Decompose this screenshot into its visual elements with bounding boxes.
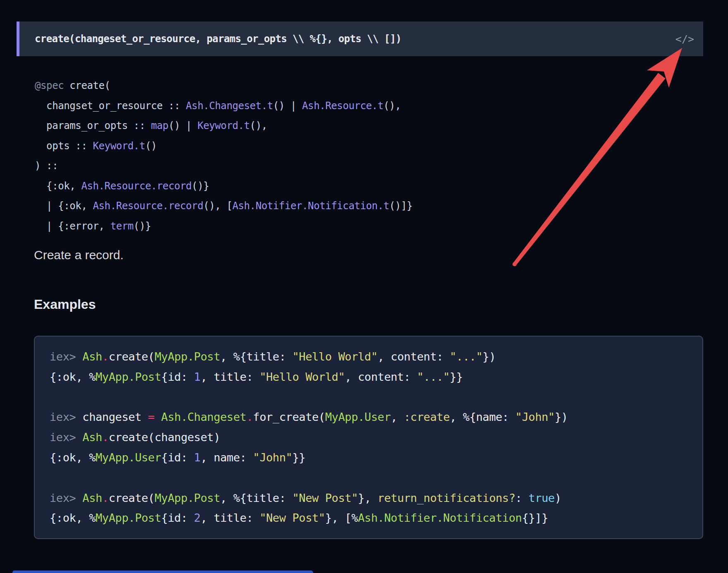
arrow-shaft <box>513 73 665 265</box>
code-line: {:ok, %MyApp.Post{id: 1, title: "Hello W… <box>50 367 687 387</box>
examples-heading: Examples <box>34 297 96 312</box>
code-line: @spec create( <box>35 76 412 96</box>
code-line <box>50 387 687 408</box>
bottom-partial-element <box>12 571 313 573</box>
code-line <box>50 468 687 488</box>
code-line: ) :: <box>35 156 412 176</box>
arrow-tail-cap <box>512 262 517 266</box>
code-line: {:ok, Ash.Resource.record()} <box>35 176 412 196</box>
example-code-block: iex> Ash.create(MyApp.Post, %{title: "He… <box>34 336 703 539</box>
function-description: Create a record. <box>34 248 124 262</box>
code-line: | {:ok, Ash.Resource.record(), [Ash.Noti… <box>35 196 412 216</box>
code-line: {:ok, %MyApp.User{id: 1, name: "John"}} <box>50 448 687 468</box>
code-line: iex> Ash.create(MyApp.Post, %{title: "Ne… <box>50 488 687 509</box>
code-line: iex> Ash.create(changeset) <box>50 427 687 448</box>
function-signature-header: create(changeset_or_resource, params_or_… <box>17 21 703 56</box>
code-line: | {:error, term()} <box>35 216 412 236</box>
function-signature: create(changeset_or_resource, params_or_… <box>19 33 401 45</box>
code-line: iex> changeset = Ash.Changeset.for_creat… <box>50 407 687 427</box>
code-line: {:ok, %MyApp.Post{id: 2, title: "New Pos… <box>50 508 687 528</box>
typespec-block: @spec create( changset_or_resource :: As… <box>35 76 412 236</box>
code-line: changset_or_resource :: Ash.Changeset.t(… <box>35 96 412 116</box>
code-line: params_or_opts :: map() | Keyword.t(), <box>35 116 412 136</box>
code-line: iex> Ash.create(MyApp.Post, %{title: "He… <box>50 347 687 367</box>
view-source-icon[interactable]: </> <box>675 33 703 45</box>
code-line: opts :: Keyword.t() <box>35 136 412 156</box>
